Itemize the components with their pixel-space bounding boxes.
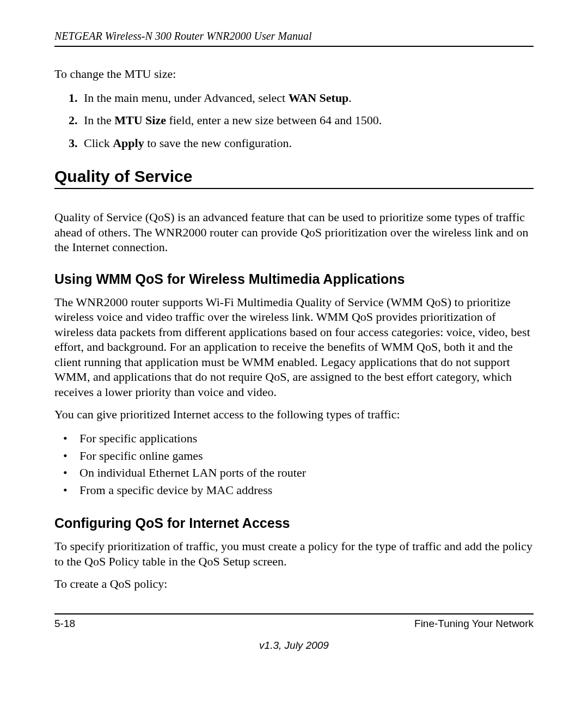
footer-section-name: Fine-Tuning Your Network	[414, 618, 534, 630]
configqos-paragraph-1: To specify prioritization of traffic, yo…	[54, 539, 534, 569]
heading-wmm: Using WMM QoS for Wireless Multimedia Ap…	[54, 271, 534, 287]
bullet-item: For specific online games	[63, 447, 534, 465]
step-3-post: to save the new configuration.	[144, 136, 292, 150]
step-1-pre: In the main menu, under Advanced, select	[84, 91, 289, 105]
wmm-paragraph-1: The WNR2000 router supports Wi-Fi Multim…	[54, 295, 534, 400]
step-1: In the main menu, under Advanced, select…	[69, 89, 534, 107]
heading-qos: Quality of Service	[54, 167, 534, 189]
wmm-bullet-list: For specific applications For specific o…	[63, 430, 534, 500]
footer-version: v1.3, July 2009	[54, 640, 534, 652]
footer-page-number: 5-18	[54, 618, 75, 630]
wmm-paragraph-2: You can give prioritized Internet access…	[54, 407, 534, 422]
step-3-bold: Apply	[113, 136, 144, 150]
configqos-paragraph-2: To create a QoS policy:	[54, 576, 534, 592]
step-2: In the MTU Size field, enter a new size …	[69, 112, 534, 129]
page-footer: 5-18 Fine-Tuning Your Network v1.3, July…	[54, 613, 534, 652]
step-2-post: field, enter a new size between 64 and 1…	[166, 113, 382, 127]
running-header: NETGEAR Wireless-N 300 Router WNR2000 Us…	[54, 30, 534, 47]
step-3-pre: Click	[84, 136, 113, 150]
step-1-bold: WAN Setup	[289, 91, 349, 105]
mtu-lead: To change the MTU size:	[54, 66, 534, 82]
step-3: Click Apply to save the new configuratio…	[69, 135, 534, 152]
page: NETGEAR Wireless-N 300 Router WNR2000 Us…	[0, 0, 588, 706]
step-1-post: .	[348, 91, 352, 105]
qos-paragraph: Quality of Service (QoS) is an advanced …	[54, 210, 534, 255]
step-2-bold: MTU Size	[114, 113, 166, 127]
bullet-item: From a specific device by MAC address	[63, 482, 534, 499]
footer-rule	[54, 613, 534, 614]
mtu-steps: In the main menu, under Advanced, select…	[69, 89, 534, 153]
step-2-pre: In the	[84, 113, 114, 127]
bullet-item: For specific applications	[63, 430, 534, 447]
bullet-item: On individual Ethernet LAN ports of the …	[63, 464, 534, 482]
heading-config-qos: Configuring QoS for Internet Access	[54, 515, 534, 531]
